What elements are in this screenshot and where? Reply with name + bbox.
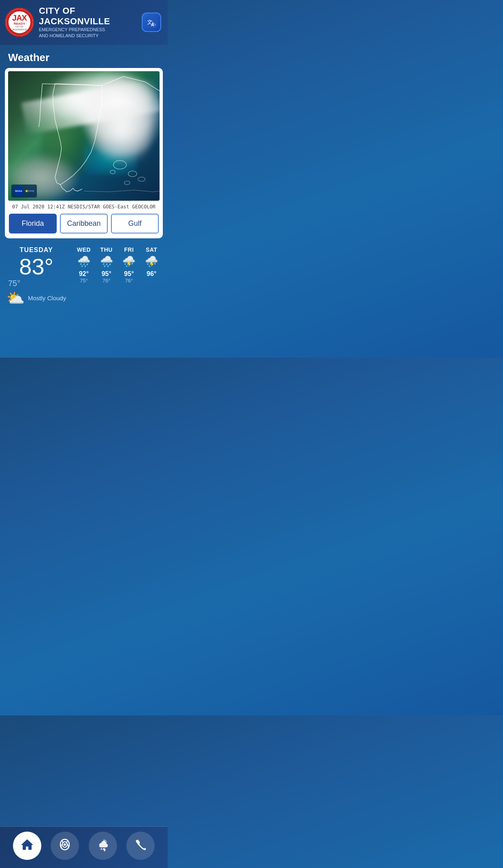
map-region-buttons: Florida Caribbean Gulf	[8, 214, 160, 233]
today-low-temp: 75°	[8, 279, 20, 288]
forecast-thu: THU 🌧️ 95° 76°	[97, 246, 116, 284]
satellite-image[interactable]: NOAA ⭐STAR	[8, 71, 160, 201]
thu-low: 76°	[102, 278, 111, 284]
thu-icon: 🌧️	[100, 255, 113, 268]
forecast-fri: FRI ⛈️ 95° 76°	[119, 246, 139, 284]
sat-high: 96°	[147, 270, 156, 278]
map-btn-caribbean[interactable]: Caribbean	[60, 214, 108, 233]
satellite-caption: 07 Jul 2020 12:41Z NESDIS/STAR GOES-East…	[8, 204, 160, 210]
wed-label: WED	[77, 246, 91, 253]
jax-ready-logo: JAX READY CITY OFJACKSONVILLE	[5, 8, 34, 37]
wed-low: 75°	[80, 278, 88, 284]
header-brand: JAX READY CITY OFJACKSONVILLE CITY OF JA…	[5, 6, 142, 39]
wed-high: 92°	[79, 270, 89, 278]
today-temps: 83°	[19, 255, 53, 279]
logo-ready-text: READY	[14, 22, 25, 25]
sat-icon: ⛈️	[145, 255, 158, 268]
svg-point-4	[113, 160, 126, 169]
noaa-badge: NOAA ⭐STAR	[11, 185, 37, 197]
org-name: CITY OF JACKSONVILLE	[39, 6, 142, 27]
today-forecast: TUESDAY 83° 75° ⛅ Mostly Cloudy	[6, 246, 66, 307]
translate-button[interactable]: 文 A	[142, 13, 161, 32]
svg-point-7	[124, 181, 130, 185]
svg-point-5	[128, 171, 137, 176]
today-high-temp: 83°	[19, 255, 53, 278]
logo-small-text: CITY OFJACKSONVILLE	[11, 25, 28, 31]
thu-high: 95°	[102, 270, 111, 278]
today-weather-icon: ⛅	[6, 290, 25, 307]
today-condition: ⛅ Mostly Cloudy	[6, 290, 66, 307]
wed-icon: 🌧️	[77, 255, 90, 268]
weather-section-title: Weather	[0, 45, 168, 68]
fri-high: 95°	[124, 270, 134, 278]
app-header: JAX READY CITY OFJACKSONVILLE CITY OF JA…	[0, 0, 168, 45]
noaa-star-label: ⭐STAR	[25, 189, 34, 192]
org-subtitle-2: AND HOMELAND SECURITY	[39, 33, 142, 39]
satellite-card: NOAA ⭐STAR 07 Jul 2020 12:41Z NESDIS/STA…	[5, 68, 163, 238]
sat-label: SAT	[146, 246, 157, 253]
svg-point-8	[110, 170, 115, 174]
map-btn-florida[interactable]: Florida	[9, 214, 57, 233]
fri-icon: ⛈️	[122, 255, 135, 268]
forecast-sat: SAT ⛈️ 96°	[142, 246, 161, 278]
fri-label: FRI	[124, 246, 134, 253]
today-day-label: TUESDAY	[20, 246, 53, 254]
map-btn-gulf[interactable]: Gulf	[111, 214, 159, 233]
fri-low: 76°	[125, 278, 133, 284]
org-subtitle-1: EMERGENCY PREPAREDNESS	[39, 27, 142, 33]
thu-label: THU	[100, 246, 113, 253]
extended-forecast: WED 🌧️ 92° 75° THU 🌧️ 95° 76° FRI ⛈️ 95°…	[74, 246, 161, 284]
logo-jax-text: JAX	[12, 14, 27, 22]
forecast-wed: WED 🌧️ 92° 75°	[74, 246, 94, 284]
today-condition-text: Mostly Cloudy	[28, 295, 66, 301]
header-title-block: CITY OF JACKSONVILLE EMERGENCY PREPAREDN…	[39, 6, 142, 39]
forecast-section: TUESDAY 83° 75° ⛅ Mostly Cloudy WED 🌧️ 9…	[0, 238, 168, 313]
svg-point-6	[138, 177, 145, 181]
